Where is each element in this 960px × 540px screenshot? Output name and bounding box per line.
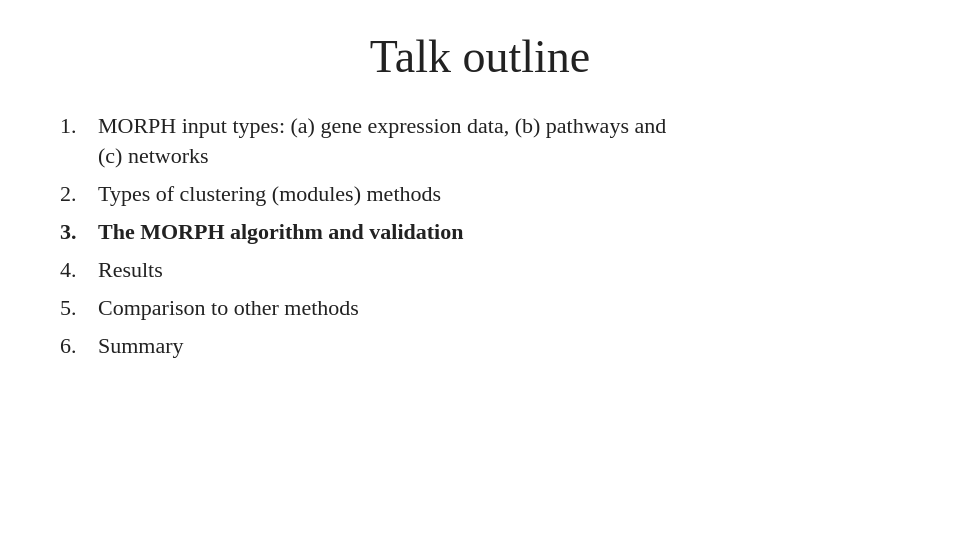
item-text: The MORPH algorithm and validation — [98, 219, 900, 245]
list-item: 2. Types of clustering (modules) methods — [60, 181, 900, 207]
list-item: 4. Results — [60, 257, 900, 283]
list-item: 1. MORPH input types: (a) gene expressio… — [60, 113, 900, 139]
item-number: 6. — [60, 333, 98, 359]
item-text: Results — [98, 257, 900, 283]
list-item: 6. Summary — [60, 333, 900, 359]
outline-list: 1. MORPH input types: (a) gene expressio… — [60, 113, 900, 371]
item-text: MORPH input types: (a) gene expression d… — [98, 113, 900, 139]
list-item: 5. Comparison to other methods — [60, 295, 900, 321]
item-number: 4. — [60, 257, 98, 283]
item-number: 5. — [60, 295, 98, 321]
slide: Talk outline 1. MORPH input types: (a) g… — [0, 0, 960, 540]
slide-title: Talk outline — [60, 30, 900, 83]
item-text: Types of clustering (modules) methods — [98, 181, 900, 207]
item-number: 1. — [60, 113, 98, 139]
item-subtext: (c) networks — [60, 143, 900, 169]
item-number: 2. — [60, 181, 98, 207]
item-text: Summary — [98, 333, 900, 359]
item-number: 3. — [60, 219, 98, 245]
item-text: Comparison to other methods — [98, 295, 900, 321]
list-item: 3. The MORPH algorithm and validation — [60, 219, 900, 245]
